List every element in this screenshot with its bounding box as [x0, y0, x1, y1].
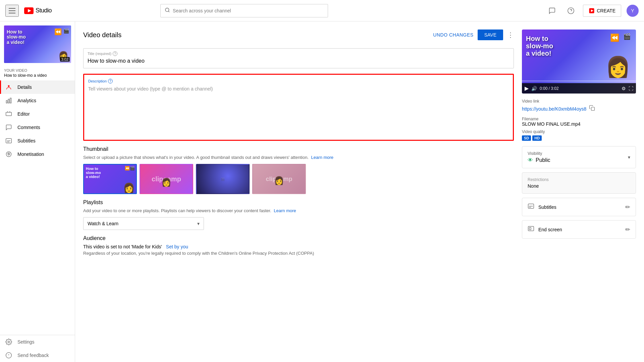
thumbnail-title: Thumbnail — [83, 146, 514, 152]
video-link-url[interactable]: https://youtu.be/K0xmbM4oys8 — [522, 106, 586, 112]
audience-bold-text: This video is set to not 'Made for Kids' — [83, 244, 162, 249]
sidebar-item-label: Editor — [17, 111, 30, 117]
right-panel: How toslow-moa video! ⏪ 🎬 👩 ▶ 🔊 0:00 / 3… — [522, 29, 636, 362]
title-help-icon[interactable]: ? — [113, 51, 117, 56]
description-help-icon[interactable]: ? — [108, 79, 113, 83]
comments-icon-button[interactable] — [545, 4, 559, 17]
sidebar-item-subtitles[interactable]: Subtitles — [0, 134, 75, 147]
sidebar: How toslow-moa video! ⏪ 🎬 👩 3:02 Your vi… — [0, 21, 75, 362]
settings-icon — [5, 339, 12, 345]
quality-item: Video quality SD HD — [522, 129, 636, 141]
audience-desc: Regardless of your location, you're lega… — [83, 251, 514, 256]
sidebar-item-monetisation[interactable]: Monetisation — [0, 147, 75, 161]
feedback-icon — [5, 352, 12, 359]
svg-point-2 — [165, 8, 169, 12]
title-value: How to slow-mo a video — [88, 58, 509, 64]
svg-point-17 — [6, 152, 11, 157]
user-avatar[interactable]: Y — [627, 5, 639, 17]
visibility-card[interactable]: Visibility 👁 Public ▾ — [522, 146, 636, 168]
logo-text: Studio — [36, 7, 52, 14]
sidebar-item-details[interactable]: Details — [0, 80, 75, 94]
svg-rect-10 — [10, 98, 11, 103]
description-label: Description ? — [88, 79, 509, 83]
sidebar-item-comments[interactable]: Comments — [0, 121, 75, 134]
title-field-wrap[interactable]: Title (required) ? How to slow-mo a vide… — [83, 48, 514, 68]
visibility-header: Visibility 👁 Public ▾ — [522, 146, 636, 168]
undo-changes-button[interactable]: UNDO CHANGES — [433, 32, 473, 38]
visibility-label: Visibility — [528, 151, 550, 156]
video-settings-button[interactable]: ⚙ — [622, 86, 626, 91]
svg-rect-11 — [6, 112, 12, 116]
video-thumb-large: How toslow-moa video! ⏪ 🎬 👩 ▶ 🔊 0:00 / 3… — [522, 29, 636, 94]
analytics-icon — [5, 97, 12, 104]
more-options-button[interactable]: ⋮ — [507, 31, 514, 39]
your-video-label: Your video — [4, 68, 71, 72]
logo-link[interactable]: Studio — [24, 7, 52, 14]
subtitles-card-header[interactable]: Subtitles ✏ — [522, 198, 636, 216]
play-button[interactable]: ▶ — [525, 85, 529, 92]
video-link-section: Video link https://youtu.be/K0xmbM4oys8 — [522, 99, 636, 113]
description-field-wrap[interactable]: Description ? Tell viewers about your vi… — [83, 74, 514, 141]
search-input[interactable] — [173, 8, 324, 13]
volume-button[interactable]: 🔊 — [531, 86, 537, 91]
chevron-down-icon: ▾ — [197, 221, 200, 226]
filename-item: Filename SLOW MO FINAL USE.mp4 — [522, 117, 636, 127]
search-bar — [160, 4, 328, 17]
left-panel: Video details UNDO CHANGES SAVE ⋮ Title … — [83, 29, 514, 362]
thumbnail-option-3[interactable]: 🎬 — [196, 164, 250, 194]
thumbnail-learn-more[interactable]: Learn more — [311, 155, 333, 160]
sidebar-nav: Details Analytics Editor Comments — [0, 80, 75, 161]
svg-rect-8 — [6, 101, 7, 103]
thumbnail-option-1[interactable]: How toslow-moa video! ⏪🎬 👩 — [83, 164, 137, 194]
quality-label: Video quality — [522, 129, 636, 134]
restrictions-value: None — [528, 183, 630, 189]
create-button[interactable]: CREATE — [583, 5, 621, 17]
sidebar-item-label: Settings — [17, 339, 35, 345]
subtitles-card[interactable]: Subtitles ✏ — [522, 198, 636, 216]
thumbnail-option-4[interactable]: clipoamp 👩 — [252, 164, 306, 194]
playlist-dropdown[interactable]: Watch & Learn ▾ — [83, 217, 204, 230]
hamburger-menu[interactable] — [5, 5, 19, 17]
video-progress-bar[interactable] — [522, 80, 636, 81]
svg-point-3 — [568, 7, 574, 13]
restrictions-card: Restrictions None — [522, 172, 636, 194]
nav-right: CREATE Y — [545, 4, 639, 17]
playlists-desc: Add your video to one or more playlists.… — [83, 208, 514, 213]
subtitles-edit-icon[interactable]: ✏ — [625, 203, 630, 211]
sidebar-bottom: Settings Send feedback — [0, 335, 75, 362]
sidebar-item-send-feedback[interactable]: Send feedback — [0, 349, 75, 362]
audience-title: Audience — [83, 235, 514, 241]
sidebar-item-settings[interactable]: Settings — [0, 335, 75, 349]
sidebar-item-analytics[interactable]: Analytics — [0, 94, 75, 107]
copy-link-button[interactable] — [589, 105, 595, 113]
end-screen-edit-icon[interactable]: ✏ — [625, 226, 630, 233]
playlists-section: Playlists Add your video to one or more … — [83, 199, 514, 230]
end-screen-card-header[interactable]: End screen ✏ — [522, 221, 636, 238]
fullscreen-button[interactable]: ⛶ — [629, 86, 633, 91]
save-button[interactable]: SAVE — [478, 29, 503, 40]
set-by-link[interactable]: Set by you — [166, 244, 188, 249]
create-label: CREATE — [597, 8, 615, 13]
help-icon-button[interactable] — [564, 4, 578, 17]
details-icon — [5, 84, 12, 90]
visibility-value: Public — [536, 157, 550, 163]
end-screen-card[interactable]: End screen ✏ — [522, 220, 636, 239]
sidebar-item-editor[interactable]: Editor — [0, 107, 75, 121]
svg-rect-9 — [8, 99, 9, 103]
playlists-learn-more[interactable]: Learn more — [274, 208, 296, 213]
create-icon — [589, 8, 595, 14]
sidebar-video-label: Your video How to slow-mo a video — [0, 67, 75, 78]
filename-label: Filename — [522, 117, 636, 121]
end-screen-card-icon — [528, 225, 534, 234]
sidebar-item-label: Monetisation — [17, 152, 44, 157]
page-title: Video details — [83, 31, 121, 39]
rewind-icon: ⏪ — [54, 28, 62, 36]
playlists-title: Playlists — [83, 199, 514, 205]
video-controls: ▶ 🔊 0:00 / 3:02 ⚙ ⛶ — [522, 83, 636, 94]
subtitles-card-title: Subtitles — [538, 204, 556, 210]
title-label: Title (required) ? — [88, 51, 509, 56]
monetisation-icon — [5, 151, 12, 158]
thumbnail-option-2[interactable]: clipoamp 👩 — [140, 164, 193, 194]
svg-point-7 — [8, 85, 10, 87]
sidebar-video-title: How to slow-mo a video — [4, 73, 71, 78]
